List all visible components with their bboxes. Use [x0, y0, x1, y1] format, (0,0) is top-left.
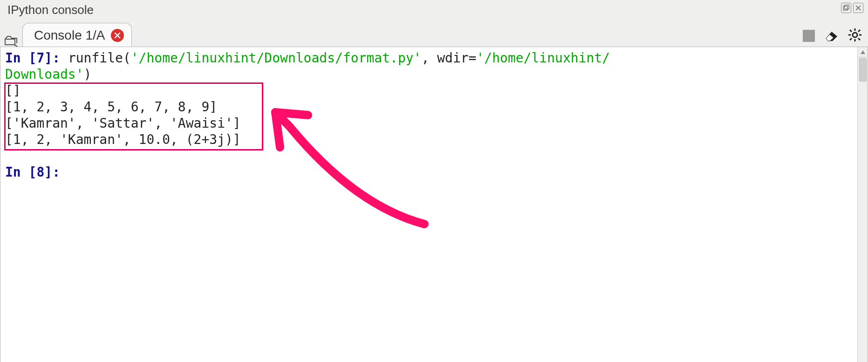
output-line-4: [1, 2, 'Kamran', 10.0, (2+3j)]: [5, 132, 241, 147]
gear-icon: [847, 27, 862, 42]
code-rparen: ): [84, 67, 92, 82]
window-controls: [841, 3, 863, 13]
pop-out-icon[interactable]: [841, 3, 851, 13]
browse-tabs-icon[interactable]: [4, 34, 19, 47]
clear-console-button[interactable]: [823, 28, 839, 44]
prompt-suffix-8: ]:: [44, 164, 60, 180]
svg-rect-1: [845, 5, 849, 9]
code-str2a: '/home/linuxhint/: [476, 50, 610, 66]
eraser-icon: [823, 28, 839, 42]
prompt-num: 7: [36, 50, 44, 66]
code-str2b: Downloads': [5, 67, 84, 82]
prompt-num-8: 8: [36, 164, 44, 180]
console-toolbar: [803, 27, 862, 44]
close-tab-button[interactable]: [111, 29, 124, 42]
tab-bar: Console 1/A: [0, 21, 868, 47]
output-line-3: ['Kamran', 'Sattar', 'Awaisi']: [5, 116, 241, 131]
panel-title: IPython console: [0, 0, 868, 21]
close-panel-icon[interactable]: [853, 3, 863, 13]
console-text: In [7]: runfile('/home/linuxhint/Downloa…: [0, 47, 868, 183]
tab-label: Console 1/A: [34, 28, 105, 43]
code-kw: , wdir=: [421, 50, 476, 66]
scrollbar-thumb[interactable]: [859, 58, 867, 82]
svg-rect-0: [843, 6, 847, 10]
code-call: runfile(: [68, 50, 131, 66]
console-output-area[interactable]: In [7]: runfile('/home/linuxhint/Downloa…: [0, 47, 868, 362]
code-str1: '/home/linuxhint/Downloads/format.py': [131, 50, 422, 66]
output-line-1: []: [5, 83, 21, 98]
stop-button[interactable]: [803, 30, 815, 42]
prompt-suffix: ]:: [44, 50, 68, 66]
scroll-up-button[interactable]: [858, 47, 868, 57]
tab-console-1a[interactable]: Console 1/A: [22, 23, 132, 47]
prompt-in-8: In [: [5, 164, 36, 180]
prompt-in: In [: [5, 50, 36, 66]
close-icon: [114, 32, 121, 39]
svg-point-2: [853, 33, 857, 37]
chevron-up-icon: [861, 50, 865, 54]
settings-button[interactable]: [847, 27, 862, 44]
output-line-2: [1, 2, 3, 4, 5, 6, 7, 8, 9]: [5, 99, 217, 115]
vertical-scrollbar[interactable]: [857, 47, 868, 362]
